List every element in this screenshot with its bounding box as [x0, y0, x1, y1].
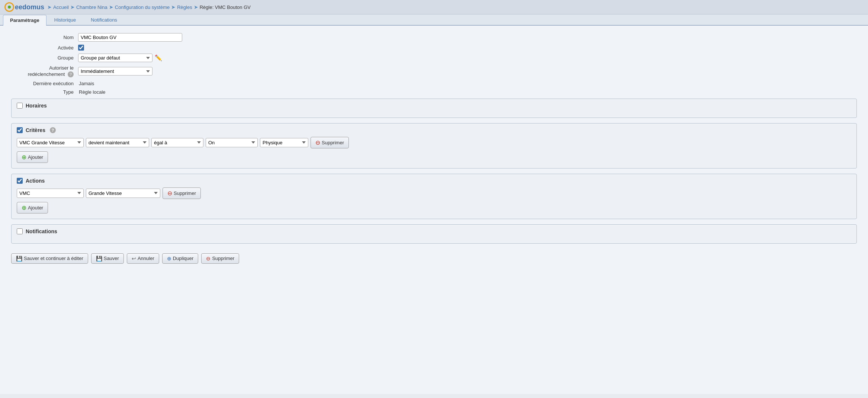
- tabs: Paramétrage Historique Notifications: [0, 15, 868, 26]
- breadcrumb-item-0[interactable]: Accueil: [53, 4, 69, 10]
- duplicate-icon: ⊕: [167, 256, 171, 261]
- criteres-row-0: VMC Grande Vitesse devient maintenant ég…: [17, 137, 851, 148]
- save-continue-label: Sauver et continuer à éditer: [24, 256, 83, 261]
- criteres-help-icon[interactable]: ?: [50, 127, 56, 133]
- autoriser-select[interactable]: Immédiatement: [78, 67, 152, 76]
- duplicate-label: Dupliquer: [173, 256, 194, 261]
- criteres-add-button[interactable]: ⊕ Ajouter: [17, 151, 48, 163]
- actions-remove-button[interactable]: ⊖ Supprimer: [163, 187, 201, 199]
- save-button[interactable]: 💾 Sauver: [91, 253, 124, 264]
- tab-notifications[interactable]: Notifications: [84, 15, 124, 25]
- top-bar: eedomus ➤ Accueil ➤ Chambre Nina ➤ Confi…: [0, 0, 868, 15]
- breadcrumb-item-3[interactable]: Règles: [177, 4, 192, 10]
- duplicate-button[interactable]: ⊕ Dupliquer: [162, 253, 199, 264]
- logo-text: eedomus: [15, 3, 44, 11]
- breadcrumb-item-2[interactable]: Configuration du système: [115, 4, 170, 10]
- activee-row: Activée: [11, 45, 857, 51]
- tab-historique[interactable]: Historique: [47, 15, 83, 25]
- nom-input[interactable]: [78, 33, 182, 42]
- type-row: Type Règle locale: [11, 89, 857, 95]
- actions-label: Actions: [26, 178, 45, 184]
- save-continue-button[interactable]: 💾 Sauver et continuer à éditer: [11, 253, 88, 264]
- derniere-value: Jamais: [79, 81, 94, 86]
- cancel-button[interactable]: ↩ Annuler: [127, 253, 159, 264]
- delete-icon: ⊖: [206, 256, 210, 261]
- remove-circle-icon-actions: ⊖: [167, 190, 172, 197]
- breadcrumb-arrow-3: ➤: [171, 4, 176, 10]
- add-circle-icon-criteres: ⊕: [22, 154, 26, 161]
- actions-add-button[interactable]: ⊕ Ajouter: [17, 202, 48, 214]
- groupe-label: Groupe: [11, 55, 78, 61]
- actions-header: Actions: [17, 178, 851, 184]
- bottom-actions: 💾 Sauver et continuer à éditer 💾 Sauver …: [11, 250, 857, 264]
- horaires-section: Horaires: [11, 99, 857, 118]
- logo: eedomus: [4, 2, 44, 12]
- form-section: Nom Activée Groupe Groupe par défaut ✏️ …: [11, 33, 857, 95]
- notifications-section: Notifications: [11, 224, 857, 244]
- breadcrumb: ➤ Accueil ➤ Chambre Nina ➤ Configuration…: [47, 4, 251, 10]
- type-label: Type: [11, 89, 78, 95]
- derniere-label: Dernière exécution: [11, 81, 78, 86]
- groupe-row: Groupe Groupe par défaut ✏️: [11, 54, 857, 62]
- save-continue-icon: 💾: [16, 256, 22, 261]
- groupe-edit-icon[interactable]: ✏️: [155, 54, 162, 61]
- remove-circle-icon: ⊖: [315, 139, 320, 146]
- actions-checkbox[interactable]: [17, 178, 23, 184]
- delete-button[interactable]: ⊖ Supprimer: [201, 253, 239, 264]
- nom-row: Nom: [11, 33, 857, 42]
- actions-action-select[interactable]: Grande Vitesse: [86, 189, 160, 198]
- criteres-operator-select[interactable]: égal à: [151, 138, 203, 147]
- actions-add-label: Ajouter: [28, 205, 43, 211]
- criteres-value-select[interactable]: On: [206, 138, 258, 147]
- add-circle-icon-actions: ⊕: [22, 204, 26, 211]
- criteres-header: Critères ?: [17, 127, 851, 133]
- criteres-checkbox[interactable]: [17, 127, 23, 133]
- breadcrumb-arrow-0: ➤: [47, 4, 52, 10]
- main-content: Nom Activée Groupe Groupe par défaut ✏️ …: [0, 26, 868, 394]
- actions-row-0: VMC Grande Vitesse ⊖ Supprimer: [17, 187, 851, 199]
- activee-label: Activée: [11, 45, 78, 51]
- derniere-row: Dernière exécution Jamais: [11, 81, 857, 86]
- breadcrumb-arrow-2: ➤: [109, 4, 113, 10]
- criteres-remove-label: Supprimer: [322, 140, 344, 145]
- autoriser-help-icon[interactable]: ?: [68, 71, 74, 77]
- notifications-header: Notifications: [17, 228, 851, 234]
- delete-label: Supprimer: [212, 256, 234, 261]
- save-label: Sauver: [104, 256, 119, 261]
- activee-checkbox[interactable]: [78, 45, 84, 51]
- criteres-device-select[interactable]: VMC Grande Vitesse: [17, 138, 84, 147]
- breadcrumb-item-4: Règle: VMC Bouton GV: [200, 4, 251, 10]
- breadcrumb-item-1[interactable]: Chambre Nina: [76, 4, 107, 10]
- groupe-select[interactable]: Groupe par défaut: [78, 54, 152, 62]
- notifications-label: Notifications: [26, 228, 57, 234]
- cancel-label: Annuler: [138, 256, 154, 261]
- tab-parametrage[interactable]: Paramétrage: [3, 15, 46, 26]
- notifications-checkbox[interactable]: [17, 228, 23, 234]
- criteres-section: Critères ? VMC Grande Vitesse devient ma…: [11, 123, 857, 168]
- horaires-header: Horaires: [17, 103, 851, 109]
- criteres-type-select[interactable]: Physique: [260, 138, 308, 147]
- breadcrumb-arrow-4: ➤: [194, 4, 198, 10]
- type-value: Règle locale: [79, 89, 106, 95]
- autoriser-label: Autoriser le redéclenchement ?: [11, 65, 78, 78]
- save-icon: 💾: [96, 256, 102, 261]
- actions-device-select[interactable]: VMC: [17, 189, 84, 198]
- actions-remove-label: Supprimer: [174, 190, 196, 196]
- criteres-condition-select[interactable]: devient maintenant: [86, 138, 149, 147]
- horaires-label: Horaires: [26, 103, 47, 109]
- criteres-add-label: Ajouter: [28, 154, 43, 160]
- criteres-remove-button[interactable]: ⊖ Supprimer: [311, 137, 349, 148]
- autoriser-row: Autoriser le redéclenchement ? Immédiate…: [11, 65, 857, 78]
- logo-circle: [4, 2, 14, 12]
- cancel-icon: ↩: [132, 256, 136, 261]
- breadcrumb-arrow-1: ➤: [70, 4, 75, 10]
- nom-label: Nom: [11, 35, 78, 40]
- actions-section: Actions VMC Grande Vitesse ⊖ Supprimer ⊕…: [11, 174, 857, 219]
- criteres-label: Critères: [26, 127, 45, 133]
- horaires-checkbox[interactable]: [17, 103, 23, 109]
